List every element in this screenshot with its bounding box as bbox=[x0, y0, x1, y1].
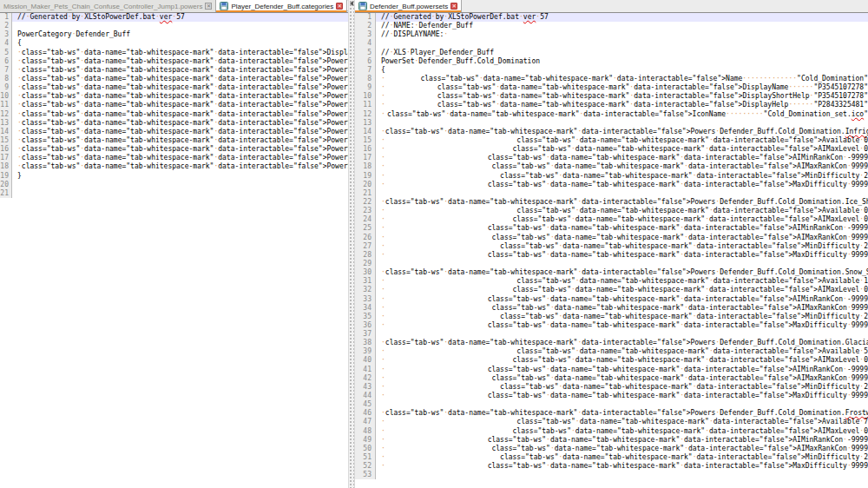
code-line[interactable]: 48·class="tab-ws"·data-name="tab-whitesp… bbox=[355, 427, 868, 436]
code-line[interactable]: 16·class="tab-ws"·data-name="tab-whitesp… bbox=[355, 145, 868, 154]
code-line[interactable]: 34·class="tab-ws"·data-name="tab-whitesp… bbox=[355, 304, 868, 313]
code-line[interactable]: 6·class="tab-ws"·data-name="tab-whitespa… bbox=[0, 57, 348, 66]
code-line[interactable]: 2 bbox=[0, 22, 348, 30]
line-number: 29 bbox=[355, 260, 376, 268]
code-line[interactable]: 22·class="tab-ws"·data-name="tab-whitesp… bbox=[355, 198, 868, 207]
code-line[interactable]: 9·class="tab-ws"·data-name="tab-whitespa… bbox=[355, 83, 868, 92]
code-line[interactable]: 53 bbox=[355, 471, 868, 479]
pane-splitter[interactable] bbox=[348, 0, 355, 488]
code-line[interactable]: 51·class="tab-ws"·data-name="tab-whitesp… bbox=[355, 453, 868, 462]
line-number: 27 bbox=[355, 242, 376, 251]
code-line[interactable]: 20·class="tab-ws"·data-name="tab-whitesp… bbox=[355, 181, 868, 189]
right-code-editor[interactable]: 1//·Generated·by·XLStoPowerDef.bat·ver·5… bbox=[355, 13, 868, 488]
code-line[interactable]: 3PowerCategory·Defender_Buff bbox=[0, 30, 348, 39]
code-line[interactable]: 52·class="tab-ws"·data-name="tab-whitesp… bbox=[355, 462, 868, 471]
code-line[interactable]: 12·class="tab-ws"·data-name="tab-whitesp… bbox=[355, 110, 868, 119]
code-line[interactable]: 36·class="tab-ws"·data-name="tab-whitesp… bbox=[355, 321, 868, 330]
close-icon[interactable]: ✕ bbox=[205, 3, 212, 10]
code-line[interactable]: 2//·NAME:·Defender_Buff bbox=[355, 22, 868, 30]
line-number: 6 bbox=[0, 57, 12, 66]
code-line[interactable]: 43·class="tab-ws"·data-name="tab-whitesp… bbox=[355, 383, 868, 392]
space-whitespace-mark: · bbox=[214, 92, 218, 101]
code-line[interactable]: 31·class="tab-ws"·data-name="tab-whitesp… bbox=[355, 277, 868, 286]
code-line[interactable]: 23·class="tab-ws"·data-name="tab-whitesp… bbox=[355, 207, 868, 215]
code-line[interactable]: 18·class="tab-ws"·data-name="tab-whitesp… bbox=[355, 162, 868, 171]
splitter-collapse-icon[interactable] bbox=[350, 1, 353, 6]
code-line[interactable]: 29 bbox=[355, 260, 868, 268]
code-line[interactable]: 18·class="tab-ws"·data-name="tab-whitesp… bbox=[0, 162, 348, 171]
code-line[interactable]: 41·class="tab-ws"·data-name="tab-whitesp… bbox=[355, 366, 868, 374]
code-text: · bbox=[376, 321, 488, 330]
code-line[interactable]: 49·class="tab-ws"·data-name="tab-whitesp… bbox=[355, 436, 868, 445]
code-line[interactable]: 46·class="tab-ws"·data-name="tab-whitesp… bbox=[355, 409, 868, 418]
code-line[interactable]: 21 bbox=[355, 189, 868, 198]
code-line[interactable]: 5·class="tab-ws"·data-name="tab-whitespa… bbox=[0, 49, 348, 57]
code-line[interactable]: 7·class="tab-ws"·data-name="tab-whitespa… bbox=[0, 66, 348, 75]
code-line[interactable]: 13·class="tab-ws"·data-name="tab-whitesp… bbox=[0, 119, 348, 128]
code-line[interactable]: 1//·Generated·by·XLStoPowerDef.bat·ver·5… bbox=[0, 13, 348, 22]
code-line[interactable]: 4{ bbox=[0, 39, 348, 48]
code-line[interactable]: 45 bbox=[355, 400, 868, 409]
code-line[interactable]: 15·class="tab-ws"·data-name="tab-whitesp… bbox=[0, 136, 348, 145]
code-line[interactable]: 3//·DISPLAYNAME:· bbox=[355, 30, 868, 39]
code-line[interactable]: 33·class="tab-ws"·data-name="tab-whitesp… bbox=[355, 295, 868, 304]
code-line[interactable]: 37 bbox=[355, 330, 868, 339]
code-line[interactable]: 17·class="tab-ws"·data-name="tab-whitesp… bbox=[0, 154, 348, 162]
tab-mission-maker-powers[interactable]: Mission_Maker_Pets_Chain_Confuse_Control… bbox=[0, 0, 216, 12]
code-line[interactable]: 47·class="tab-ws"·data-name="tab-whitesp… bbox=[355, 418, 868, 426]
code-line[interactable]: 16·class="tab-ws"·data-name="tab-whitesp… bbox=[0, 145, 348, 154]
line-number: 40 bbox=[355, 356, 376, 365]
code-line[interactable]: 11·class="tab-ws"·data-name="tab-whitesp… bbox=[355, 101, 868, 109]
code-line[interactable]: 9·class="tab-ws"·data-name="tab-whitespa… bbox=[0, 83, 348, 92]
code-line[interactable]: 14·class="tab-ws"·data-name="tab-whitesp… bbox=[355, 128, 868, 136]
code-line[interactable]: 10·class="tab-ws"·data-name="tab-whitesp… bbox=[0, 92, 348, 101]
code-line[interactable]: 38·class="tab-ws"·data-name="tab-whitesp… bbox=[355, 339, 868, 347]
tab-label: Mission_Maker_Pets_Chain_Confuse_Control… bbox=[3, 3, 202, 10]
code-line[interactable]: 42·class="tab-ws"·data-name="tab-whitesp… bbox=[355, 374, 868, 383]
code-line[interactable]: 8·class="tab-ws"·data-name="tab-whitespa… bbox=[0, 75, 348, 83]
code-line[interactable]: 25·class="tab-ws"·data-name="tab-whitesp… bbox=[355, 224, 868, 233]
code-line[interactable]: 44·class="tab-ws"·data-name="tab-whitesp… bbox=[355, 392, 868, 400]
code-line[interactable]: 28·class="tab-ws"·data-name="tab-whitesp… bbox=[355, 251, 868, 260]
code-line[interactable]: 32·class="tab-ws"·data-name="tab-whitesp… bbox=[355, 286, 868, 294]
code-line[interactable]: 26·class="tab-ws"·data-name="tab-whitesp… bbox=[355, 234, 868, 242]
code-text: //·Generated·by·XLStoPowerDef.bat·ver·57 bbox=[12, 13, 348, 22]
code-line[interactable]: 39·class="tab-ws"·data-name="tab-whitesp… bbox=[355, 347, 868, 356]
code-line[interactable]: 50·class="tab-ws"·data-name="tab-whitesp… bbox=[355, 445, 868, 453]
line-number: 24 bbox=[355, 215, 376, 224]
code-line[interactable]: 27·class="tab-ws"·data-name="tab-whitesp… bbox=[355, 242, 868, 251]
code-text: · bbox=[12, 75, 22, 83]
close-icon[interactable]: ✕ bbox=[336, 3, 343, 10]
code-line[interactable]: 30·class="tab-ws"·data-name="tab-whitesp… bbox=[355, 268, 868, 277]
code-line[interactable]: 4 bbox=[355, 39, 868, 48]
code-text bbox=[376, 400, 868, 409]
code-line[interactable]: 19} bbox=[0, 172, 348, 181]
code-line[interactable]: 24·class="tab-ws"·data-name="tab-whitesp… bbox=[355, 215, 868, 224]
code-line[interactable]: 40·class="tab-ws"·data-name="tab-whitesp… bbox=[355, 356, 868, 365]
code-line[interactable]: 8·class="tab-ws"·data-name="tab-whitespa… bbox=[355, 75, 868, 83]
code-line[interactable]: 19·class="tab-ws"·data-name="tab-whitesp… bbox=[355, 172, 868, 181]
space-whitespace-mark: · bbox=[381, 313, 385, 320]
code-line[interactable]: 13 bbox=[355, 119, 868, 128]
space-whitespace-mark: · bbox=[496, 83, 500, 92]
code-line[interactable]: 6PowerSet·Defender_Buff.Cold_Domination bbox=[355, 57, 868, 66]
code-line[interactable]: 5//·XLS·Player_Defender_Buff bbox=[355, 49, 868, 57]
code-line[interactable]: 17·class="tab-ws"·data-name="tab-whitesp… bbox=[355, 154, 868, 162]
code-line[interactable]: 7{ bbox=[355, 66, 868, 75]
code-line[interactable]: 21 bbox=[0, 189, 348, 198]
tab-defender-buff-powersets[interactable]: Defender_Buff.powersets ✕ bbox=[355, 0, 462, 12]
code-line[interactable]: 35·class="tab-ws"·data-name="tab-whitesp… bbox=[355, 313, 868, 321]
code-line[interactable]: 11·class="tab-ws"·data-name="tab-whitesp… bbox=[0, 101, 348, 109]
left-code-editor[interactable]: 1//·Generated·by·XLStoPowerDef.bat·ver·5… bbox=[0, 13, 348, 488]
code-line[interactable]: 14·class="tab-ws"·data-name="tab-whitesp… bbox=[0, 128, 348, 136]
code-line[interactable]: 1//·Generated·by·XLStoPowerDef.bat·ver·5… bbox=[355, 13, 868, 22]
code-line[interactable]: 20 bbox=[0, 181, 348, 189]
line-number: 7 bbox=[0, 66, 12, 75]
space-whitespace-mark: · bbox=[17, 66, 22, 74]
code-line[interactable]: 10·class="tab-ws"·data-name="tab-whitesp… bbox=[355, 92, 868, 101]
code-line[interactable]: 15·class="tab-ws"·data-name="tab-whitesp… bbox=[355, 136, 868, 145]
code-line[interactable]: 12·class="tab-ws"·data-name="tab-whitesp… bbox=[0, 110, 348, 119]
close-icon[interactable]: ✕ bbox=[450, 3, 457, 10]
tab-player-defender-buff-categories[interactable]: Player_Defender_Buff.categories ✕ bbox=[216, 0, 347, 12]
line-number: 52 bbox=[355, 462, 376, 471]
